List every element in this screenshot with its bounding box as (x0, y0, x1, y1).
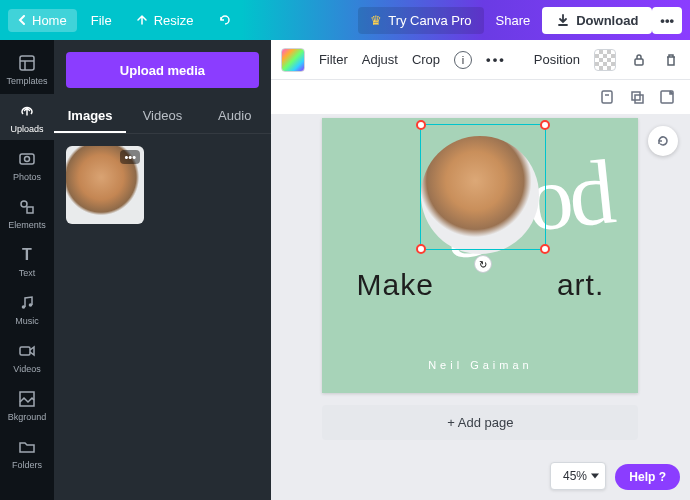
thumbnail-more-icon[interactable]: ••• (120, 150, 140, 164)
zoom-control[interactable]: 45% (550, 462, 606, 490)
help-button[interactable]: Help ? (615, 464, 680, 490)
lock-button[interactable] (630, 51, 648, 69)
svg-rect-0 (20, 56, 34, 70)
resize-menu[interactable]: Resize (126, 9, 204, 32)
download-label: Download (576, 13, 638, 28)
rail-background[interactable]: Bkground (0, 382, 54, 428)
upload-thumbnail[interactable]: ••• (66, 146, 144, 224)
context-toolbar: Filter Adjust Crop i ••• Position (271, 40, 690, 80)
share-label: Share (496, 13, 531, 28)
svg-rect-14 (632, 92, 640, 100)
info-icon[interactable]: i (454, 51, 472, 69)
svg-point-7 (22, 305, 26, 309)
rail-text-label: Text (19, 268, 36, 278)
transparency-button[interactable] (594, 49, 616, 71)
rail-music-label: Music (15, 316, 39, 326)
upload-tabs: Images Videos Audio (54, 100, 271, 134)
help-label: Help ? (629, 470, 666, 484)
refresh-button[interactable] (648, 126, 678, 156)
more-button[interactable]: ••• (652, 7, 682, 34)
background-icon (17, 389, 37, 409)
rail-videos-label: Videos (13, 364, 40, 374)
folders-icon (17, 437, 37, 457)
adjust-button[interactable]: Adjust (362, 52, 398, 67)
position-button[interactable]: Position (534, 52, 580, 67)
resize-handle-ne[interactable] (540, 120, 550, 130)
design-page[interactable]: good Make art. Neil Gaiman ↻ (322, 118, 638, 393)
selection-box[interactable]: ↻ (420, 124, 546, 250)
topbar-left: Home File Resize (8, 9, 241, 32)
tab-images[interactable]: Images (54, 100, 126, 133)
tab-audio[interactable]: Audio (199, 100, 271, 133)
color-swatch[interactable] (281, 48, 305, 72)
try-pro-button[interactable]: ♛ Try Canva Pro (358, 7, 483, 34)
thumbnail-grid: ••• (54, 134, 271, 236)
rail-videos[interactable]: Videos (0, 334, 54, 380)
resize-handle-nw[interactable] (416, 120, 426, 130)
rail-folders-label: Folders (12, 460, 42, 470)
share-button[interactable]: Share (484, 7, 543, 34)
undo-icon (217, 13, 231, 27)
rail-templates-label: Templates (6, 76, 47, 86)
top-bar: Home File Resize ♛ Try Canva Pro Share D… (0, 0, 690, 40)
side-rail: Templates Uploads Photos Elements T Text… (0, 40, 54, 500)
svg-rect-15 (635, 95, 643, 103)
headline-text[interactable]: Make art. (322, 268, 638, 302)
resize-icon (136, 14, 148, 26)
headline-make: Make (357, 268, 434, 301)
rail-uploads[interactable]: Uploads (0, 94, 54, 140)
crown-icon: ♛ (370, 13, 382, 28)
resize-handle-sw[interactable] (416, 244, 426, 254)
filter-button[interactable]: Filter (319, 52, 348, 67)
stage[interactable]: good Make art. Neil Gaiman ↻ + Add page (271, 114, 690, 500)
download-button[interactable]: Download (542, 7, 652, 34)
download-icon (556, 13, 570, 27)
duplicate-page-icon[interactable] (628, 88, 646, 106)
templates-icon (17, 53, 37, 73)
text-icon: T (17, 245, 37, 265)
svg-point-8 (29, 303, 33, 307)
add-page-icon[interactable] (658, 88, 676, 106)
file-menu[interactable]: File (81, 9, 122, 32)
svg-point-4 (25, 156, 30, 161)
notes-icon[interactable] (598, 88, 616, 106)
home-label: Home (32, 13, 67, 28)
rail-text[interactable]: T Text (0, 238, 54, 284)
resize-handle-se[interactable] (540, 244, 550, 254)
rail-uploads-label: Uploads (10, 124, 43, 134)
rail-photos[interactable]: Photos (0, 142, 54, 188)
music-icon (17, 293, 37, 313)
uploads-panel: Upload media Images Videos Audio ••• ‹ (54, 40, 271, 500)
svg-rect-11 (635, 59, 643, 65)
more-options-icon[interactable]: ••• (486, 52, 506, 67)
resize-label: Resize (154, 13, 194, 28)
crop-button[interactable]: Crop (412, 52, 440, 67)
svg-point-5 (21, 201, 27, 207)
svg-rect-3 (20, 154, 34, 164)
canvas-area: Filter Adjust Crop i ••• Position good M… (271, 40, 690, 500)
add-page-button[interactable]: + Add page (322, 405, 638, 440)
rail-photos-label: Photos (13, 172, 41, 182)
main-body: Templates Uploads Photos Elements T Text… (0, 40, 690, 500)
tab-videos[interactable]: Videos (126, 100, 198, 133)
rail-background-label: Bkground (8, 412, 47, 422)
author-text[interactable]: Neil Gaiman (322, 359, 638, 371)
try-pro-label: Try Canva Pro (388, 13, 471, 28)
undo-button[interactable] (207, 9, 241, 31)
headline-art: art. (557, 268, 604, 301)
zoom-value: 45% (563, 469, 587, 483)
elements-icon (17, 197, 37, 217)
svg-rect-9 (20, 347, 30, 355)
photos-icon (17, 149, 37, 169)
delete-button[interactable] (662, 51, 680, 69)
rail-templates[interactable]: Templates (0, 46, 54, 92)
chevron-left-icon (18, 15, 26, 25)
svg-rect-6 (27, 207, 33, 213)
page-tools (271, 80, 690, 114)
rail-elements[interactable]: Elements (0, 190, 54, 236)
rail-folders[interactable]: Folders (0, 430, 54, 476)
home-button[interactable]: Home (8, 9, 77, 32)
upload-media-button[interactable]: Upload media (66, 52, 259, 88)
rail-music[interactable]: Music (0, 286, 54, 332)
rotate-handle[interactable]: ↻ (474, 255, 492, 273)
